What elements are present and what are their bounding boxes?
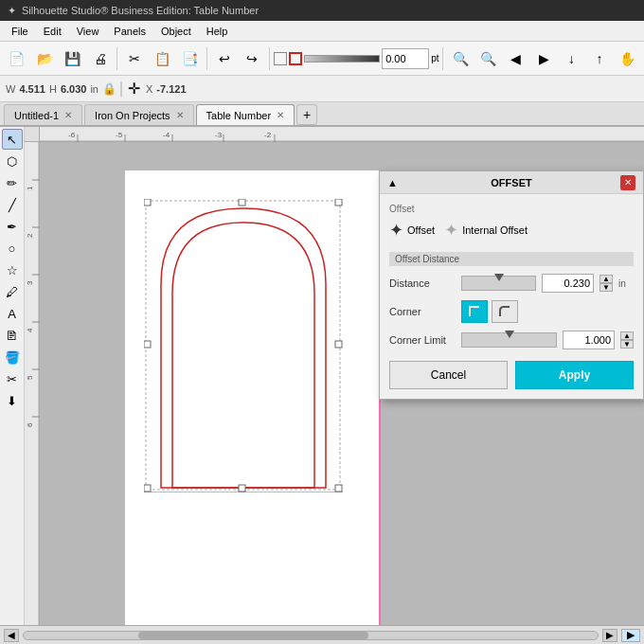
shape-tool[interactable]: ⬡ — [2, 151, 23, 171]
corner-limit-spin-down[interactable]: ▼ — [620, 340, 634, 349]
stroke-width-slider[interactable] — [304, 55, 380, 63]
print-button[interactable]: 🖨 — [87, 45, 113, 72]
tab-table-number[interactable]: Table Number ✕ — [196, 104, 295, 125]
save-button[interactable]: 💾 — [60, 45, 85, 72]
fill-color-swatch[interactable] — [274, 52, 287, 65]
select-tool[interactable]: ↖ — [2, 129, 23, 150]
pan-left-button[interactable]: ◀ — [503, 45, 528, 72]
menu-edit[interactable]: Edit — [36, 21, 69, 42]
svg-text:-3: -3 — [215, 131, 223, 139]
distance-spin-down[interactable]: ▼ — [599, 283, 613, 292]
bottom-bar: ◀ ▶ ▶ — [0, 625, 644, 644]
distance-row: Distance ▲ ▼ in — [389, 274, 634, 293]
offset-dialog-title: OFFSET — [491, 177, 531, 188]
paste-button[interactable]: 📑 — [177, 45, 203, 72]
menu-object[interactable]: Object — [153, 21, 199, 42]
shape-container[interactable]: 4.051 in 5.570 in — [144, 199, 343, 494]
redo-button[interactable]: ↪ — [240, 45, 265, 72]
apply-button[interactable]: Apply — [515, 361, 634, 389]
undo-button[interactable]: ↩ — [211, 45, 237, 72]
corner-limit-input[interactable] — [563, 331, 615, 349]
tab-untitled-close[interactable]: ✕ — [64, 110, 72, 120]
pan-up-button[interactable]: ↑ — [586, 45, 612, 72]
zoom-in-button[interactable]: 🔍 — [447, 45, 473, 72]
distance-input[interactable] — [542, 274, 594, 293]
text-tool[interactable]: A — [2, 303, 23, 324]
separator — [269, 47, 270, 70]
ruler-corner — [25, 127, 40, 142]
corner-limit-spin-up[interactable]: ▲ — [620, 331, 634, 340]
copy-button[interactable]: 📋 — [150, 45, 175, 72]
table-tool[interactable]: 🖹 — [2, 325, 23, 346]
menu-panels[interactable]: Panels — [106, 21, 153, 42]
stroke-unit: pt — [431, 53, 438, 63]
corner-limit-label: Corner Limit — [389, 334, 456, 346]
menu-file[interactable]: File — [4, 21, 36, 42]
prop-sep — [120, 81, 122, 97]
add-tab-button[interactable]: + — [296, 104, 317, 125]
offset-dialog-close[interactable]: ✕ — [620, 175, 635, 190]
expand-button[interactable]: ▶ — [621, 629, 640, 642]
offset-type-offset[interactable]: ✦ Offset — [389, 220, 435, 241]
offset-action-row: Cancel Apply — [389, 361, 634, 389]
svg-rect-29 — [335, 341, 342, 348]
menu-view[interactable]: View — [69, 21, 107, 42]
svg-text:-2: -2 — [264, 131, 272, 139]
pencil-tool[interactable]: ✏ — [2, 172, 23, 193]
separator — [116, 47, 117, 70]
tab-table-number-close[interactable]: ✕ — [277, 110, 284, 120]
h-label: H — [49, 83, 57, 95]
pen-tool[interactable]: ✒ — [2, 216, 23, 237]
color-area: pt — [274, 48, 438, 69]
svg-text:6: 6 — [26, 422, 34, 427]
move-icon[interactable]: ✛ — [128, 80, 140, 98]
cut-button[interactable]: ✂ — [121, 45, 147, 72]
tab-untitled[interactable]: Untitled-1 ✕ — [4, 104, 82, 125]
dialog-collapse-icon[interactable]: ▲ — [387, 177, 402, 188]
hand-tool-button[interactable]: ✋ — [615, 45, 640, 72]
menu-bar: File Edit View Panels Object Help — [0, 21, 644, 42]
svg-text:-6: -6 — [68, 131, 76, 139]
svg-text:2: 2 — [26, 233, 34, 238]
new-button[interactable]: 📄 — [4, 45, 29, 72]
pan-down-button[interactable]: ↓ — [559, 45, 584, 72]
distance-slider[interactable] — [461, 276, 536, 291]
distance-spin-up[interactable]: ▲ — [599, 275, 613, 283]
scroll-left-button[interactable]: ◀ — [4, 629, 19, 642]
stroke-width-input[interactable] — [382, 48, 429, 69]
title-bar: ✦ Silhouette Studio® Business Edition: T… — [0, 0, 644, 21]
offset-type-internal-label: Internal Offset — [462, 224, 528, 236]
h-value: 6.030 — [61, 83, 87, 95]
cancel-button[interactable]: Cancel — [389, 361, 508, 389]
scroll-right-button[interactable]: ▶ — [602, 629, 617, 642]
download-tool[interactable]: ⬇ — [2, 390, 23, 411]
line-tool[interactable]: ╱ — [2, 194, 23, 215]
svg-text:-4: -4 — [163, 131, 170, 139]
tab-iron-on-close[interactable]: ✕ — [176, 110, 184, 120]
star-tool[interactable]: ☆ — [2, 259, 23, 280]
corner-round-button[interactable] — [492, 300, 518, 323]
lock-icon[interactable]: 🔒 — [102, 82, 116, 96]
svg-rect-30 — [144, 485, 151, 492]
calligraphy-tool[interactable]: 🖊 — [2, 281, 23, 302]
corner-limit-slider[interactable] — [461, 332, 557, 348]
corner-square-button[interactable] — [461, 300, 488, 323]
horizontal-scrollbar[interactable] — [23, 631, 599, 640]
eraser-tool[interactable]: ✂ — [2, 368, 23, 389]
offset-type-internal[interactable]: ✦ Internal Offset — [444, 220, 528, 241]
stroke-color-swatch[interactable] — [289, 52, 302, 65]
svg-text:1: 1 — [26, 186, 34, 190]
zoom-out-button[interactable]: 🔍 — [475, 45, 501, 72]
offset-type-row: ✦ Offset ✦ Internal Offset — [389, 220, 634, 241]
app-title: Silhouette Studio® Business Edition: Tab… — [22, 5, 259, 16]
tab-iron-on[interactable]: Iron On Projects ✕ — [84, 104, 193, 125]
main-area: ↖ ⬡ ✏ ╱ ✒ ○ ☆ 🖊 A 🖹 🪣 ✂ ⬇ -6 -5 -4 -3 — [0, 127, 644, 625]
canvas-content: 4.051 in 5.570 in ▲ OFFSET ✕ Offset — [40, 142, 644, 625]
menu-help[interactable]: Help — [199, 21, 236, 42]
x-value: -7.121 — [156, 83, 186, 95]
ellipse-tool[interactable]: ○ — [2, 238, 23, 259]
pan-right-button[interactable]: ▶ — [531, 45, 557, 72]
fill-tool[interactable]: 🪣 — [2, 347, 23, 367]
open-button[interactable]: 📂 — [31, 45, 57, 72]
left-toolbar: ↖ ⬡ ✏ ╱ ✒ ○ ☆ 🖊 A 🖹 🪣 ✂ ⬇ — [0, 127, 25, 625]
